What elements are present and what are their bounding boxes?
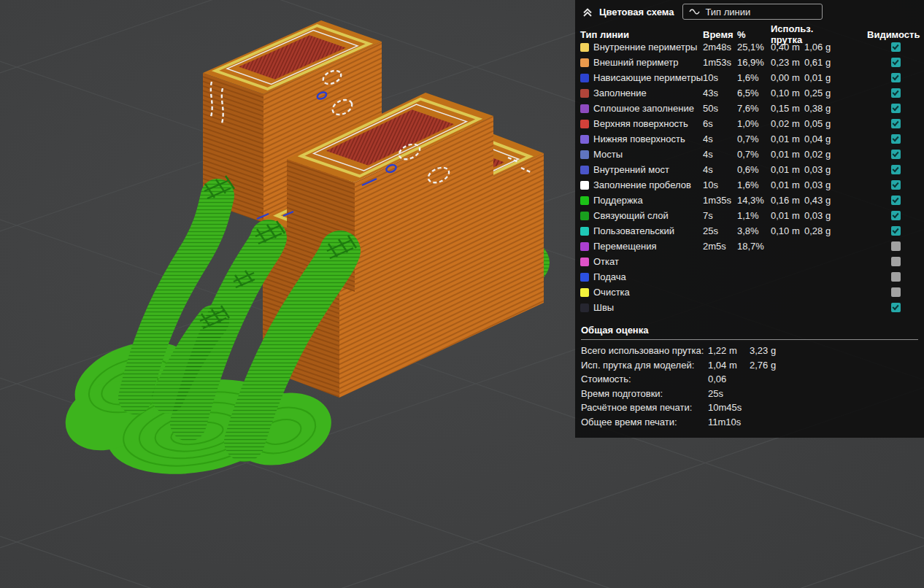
filament-length-value: 0,00 m [771, 72, 804, 83]
visibility-checkbox[interactable] [891, 104, 901, 113]
visibility-checkbox[interactable] [891, 88, 901, 98]
summary-label: Время подготовки: [581, 388, 708, 399]
line-type-label: Мосты [593, 149, 703, 160]
time-value: 25s [703, 225, 737, 236]
summary-row: Исп. прутка для моделей: 1,04 m 2,76 g [581, 358, 918, 373]
view-type-dropdown[interactable]: Тип линии [682, 4, 823, 20]
legend-row: Внешний периметр 1m53s 16,9% 0,23 m 0,61… [575, 55, 924, 70]
line-type-color-swatch [580, 135, 589, 144]
summary-row: Расчётное время печати: 10m45s [581, 401, 918, 415]
view-dropdown-value: Тип линии [705, 7, 750, 18]
legend-row: Сплошное заполнение 50s 7,6% 0,15 m 0,38… [575, 101, 924, 116]
visibility-checkbox[interactable] [891, 180, 901, 190]
legend-table-header: Тип линии Время % Использ. прутка Видимо… [575, 23, 924, 39]
legend-row: Внутренние периметры 2m48s 25,1% 0,40 m … [575, 39, 924, 55]
time-value: 1m35s [703, 195, 737, 206]
line-type-label: Заполнение [593, 88, 703, 98]
line-type-color-swatch [580, 150, 589, 159]
col-line-type: Тип линии [580, 29, 703, 40]
line-type-color-swatch [580, 74, 589, 82]
legend-row: Подача [575, 269, 924, 285]
line-type-label: Внутренний мост [593, 164, 703, 175]
legend-row: Верхняя поверхность 6s 1,0% 0,02 m 0,05 … [575, 116, 924, 131]
visibility-checkbox[interactable] [891, 226, 901, 236]
legend-row: Внутренний мост 4s 0,6% 0,01 m 0,03 g [575, 162, 924, 177]
filament-weight-value: 0,04 g [804, 134, 843, 144]
line-type-color-swatch [580, 58, 589, 67]
filament-length-value: 0,01 m [771, 179, 804, 190]
time-value: 10s [703, 179, 737, 190]
filament-length-value: 0,10 m [771, 225, 804, 236]
summary-label: Общее время печати: [581, 417, 708, 428]
visibility-checkbox[interactable] [891, 196, 901, 205]
panel-header: Цветовая схема Тип линии [575, 0, 924, 23]
line-type-color-swatch [580, 43, 589, 52]
line-type-label: Пользовательский [593, 225, 703, 236]
percent-value: 1,1% [737, 210, 771, 221]
visibility-checkbox[interactable] [891, 150, 901, 159]
line-type-label: Откат [593, 256, 703, 267]
visibility-checkbox[interactable] [891, 272, 901, 282]
time-value: 2m48s [703, 42, 737, 53]
visibility-checkbox[interactable] [891, 42, 901, 52]
summary-label: Расчётное время печати: [581, 402, 708, 413]
line-type-label: Поддержка [593, 195, 703, 206]
summary-value-2: 3,23 g [750, 345, 918, 356]
summary-row: Общее время печати: 11m10s [581, 415, 918, 430]
summary-value-1: 25s [708, 388, 750, 399]
line-type-label: Швы [593, 302, 703, 313]
visibility-checkbox[interactable] [891, 303, 901, 312]
filament-length-value: 0,01 m [771, 164, 804, 175]
summary-value-1: 11m10s [708, 417, 750, 428]
summary-label: Исп. прутка для моделей: [581, 360, 708, 371]
percent-value: 25,1% [737, 42, 771, 53]
visibility-checkbox[interactable] [891, 58, 901, 67]
visibility-checkbox[interactable] [891, 134, 901, 144]
line-type-color-swatch [580, 181, 589, 190]
visibility-checkbox[interactable] [891, 241, 901, 251]
filament-weight-value: 0,28 g [804, 225, 843, 236]
filament-length-value: 0,40 m [771, 42, 804, 53]
legend-row: Связующий слой 7s 1,1% 0,01 m 0,03 g [575, 208, 924, 223]
time-value: 2m5s [703, 241, 737, 252]
line-type-color-swatch [580, 303, 589, 312]
color-scheme-panel: Цветовая схема Тип линии Тип линии Время… [575, 0, 924, 438]
summary-value-1: 10m45s [708, 402, 750, 413]
summary-divider [581, 339, 918, 340]
col-percent: % [737, 29, 771, 40]
visibility-checkbox[interactable] [891, 165, 901, 174]
visibility-checkbox[interactable] [891, 73, 901, 82]
summary-section: Общая оценка Всего использовано прутка: … [575, 322, 924, 429]
percent-value: 0,7% [737, 149, 771, 160]
collapse-legend-icon[interactable] [581, 5, 594, 18]
percent-value: 1,6% [737, 179, 771, 190]
visibility-checkbox[interactable] [891, 211, 901, 220]
visibility-checkbox[interactable] [891, 119, 901, 128]
visibility-checkbox[interactable] [891, 257, 901, 266]
filament-weight-value: 0,38 g [804, 103, 843, 114]
line-type-label: Связующий слой [593, 210, 703, 221]
line-type-label: Очистка [593, 287, 703, 298]
summary-value-1: 1,04 m [708, 360, 750, 371]
legend-rows: Внутренние периметры 2m48s 25,1% 0,40 m … [575, 39, 924, 315]
filament-weight-value: 0,25 g [804, 88, 843, 98]
filament-weight-value: 0,43 g [804, 195, 843, 206]
line-type-wave-icon [689, 8, 700, 15]
line-type-color-swatch [580, 258, 589, 266]
visibility-checkbox[interactable] [891, 287, 901, 297]
line-type-color-swatch [580, 89, 589, 98]
line-type-label: Внутренние периметры [593, 42, 703, 53]
summary-label: Всего использовано прутка: [581, 345, 708, 356]
filament-weight-value: 0,05 g [804, 118, 843, 129]
legend-row: Нижняя поверхность 4s 0,7% 0,01 m 0,04 g [575, 131, 924, 147]
filament-length-value: 0,16 m [771, 195, 804, 206]
summary-value-2: 2,76 g [750, 360, 918, 371]
filament-length-value: 0,15 m [771, 103, 804, 114]
legend-row: Пользовательский 25s 3,8% 0,10 m 0,28 g [575, 223, 924, 239]
legend-row: Нависающие периметры 10s 1,6% 0,00 m 0,0… [575, 70, 924, 85]
line-type-label: Заполнение пробелов [593, 179, 703, 190]
percent-value: 7,6% [737, 103, 771, 114]
percent-value: 16,9% [737, 57, 771, 68]
time-value: 50s [703, 103, 737, 114]
percent-value: 0,6% [737, 164, 771, 175]
